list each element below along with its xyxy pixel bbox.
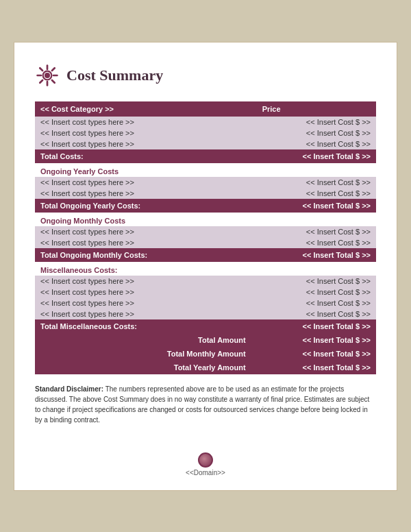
cost-price: << Insert Cost $ >> [257, 128, 376, 138]
cost-label: << Insert cost types here >> [35, 188, 257, 199]
disclaimer: Standard Disclaimer: The numbers represe… [35, 384, 376, 425]
summary-label: Total Monthly Amount [35, 347, 257, 361]
section-header-misc: Miscellaneous Costs: [35, 262, 376, 276]
summary-value: << Insert Total $ >> [257, 333, 376, 347]
cost-label: << Insert cost types here >> [35, 237, 257, 248]
svg-line-5 [40, 68, 42, 71]
summary-value: << Insert Total $ >> [257, 347, 376, 361]
cost-label: << Insert cost types here >> [35, 177, 257, 188]
section-total-row: Total Miscellaneous Costs: << Insert Tot… [35, 319, 376, 333]
svg-point-9 [45, 72, 50, 77]
total-label: Total Ongoing Yearly Costs: [35, 199, 257, 213]
section-title: Miscellaneous Costs: [35, 262, 376, 276]
page-title: Cost Summary [66, 66, 163, 84]
svg-line-8 [40, 80, 42, 82]
cost-price: << Insert Cost $ >> [257, 276, 376, 287]
total-value: << Insert Total $ >> [257, 248, 376, 262]
table-row: << Insert cost types here >> << Insert C… [35, 138, 376, 149]
cost-label: << Insert cost types here >> [35, 276, 257, 287]
table-row: << Insert cost types here >> << Insert C… [35, 117, 376, 128]
summary-row-monthly: Total Monthly Amount << Insert Total $ >… [35, 347, 376, 361]
cost-price: << Insert Cost $ >> [257, 138, 376, 149]
table-row: << Insert cost types here >> << Insert C… [35, 226, 376, 237]
summary-value: << Insert Total $ >> [257, 361, 376, 374]
total-value: << Insert Total $ >> [257, 319, 376, 333]
summary-row-total: Total Amount << Insert Total $ >> [35, 333, 376, 347]
total-label: Total Ongoing Monthly Costs: [35, 248, 257, 262]
section-title: Ongoing Monthly Costs [35, 213, 376, 226]
table-row: << Insert cost types here >> << Insert C… [35, 188, 376, 199]
total-label: Total Costs: [35, 149, 257, 163]
summary-label: Total Amount [35, 333, 257, 347]
table-row: << Insert cost types here >> << Insert C… [35, 309, 376, 319]
svg-line-7 [52, 68, 55, 71]
table-header-row: << Cost Category >> Price [35, 101, 376, 117]
cost-price: << Insert Cost $ >> [257, 298, 376, 309]
table-row: << Insert cost types here >> << Insert C… [35, 276, 376, 287]
summary-label: Total Yearly Amount [35, 361, 257, 374]
section-total-row: Total Ongoing Monthly Costs: << Insert T… [35, 248, 376, 262]
cost-label: << Insert cost types here >> [35, 117, 257, 128]
page-header: Cost Summary [35, 63, 376, 88]
cost-price: << Insert Cost $ >> [257, 117, 376, 128]
table-row: << Insert cost types here >> << Insert C… [35, 298, 376, 309]
section-title: Ongoing Yearly Costs [35, 163, 376, 177]
cost-table: << Cost Category >> Price << Insert cost… [35, 101, 376, 374]
cost-label: << Insert cost types here >> [35, 309, 257, 319]
cost-price: << Insert Cost $ >> [257, 226, 376, 237]
cost-label: << Insert cost types here >> [35, 226, 257, 237]
cost-price: << Insert Cost $ >> [257, 188, 376, 199]
section-header-monthly: Ongoing Monthly Costs [35, 213, 376, 226]
cost-price: << Insert Cost $ >> [257, 287, 376, 298]
table-row: << Insert cost types here >> << Insert C… [35, 237, 376, 248]
cost-label: << Insert cost types here >> [35, 287, 257, 298]
total-label: Total Miscellaneous Costs: [35, 319, 257, 333]
category-header: << Cost Category >> [35, 101, 257, 117]
total-value: << Insert Total $ >> [257, 149, 376, 163]
section-header-yearly: Ongoing Yearly Costs [35, 163, 376, 177]
page-footer: <<Domain>> [35, 452, 376, 476]
total-value: << Insert Total $ >> [257, 199, 376, 213]
table-row: << Insert cost types here >> << Insert C… [35, 177, 376, 188]
cost-label: << Insert cost types here >> [35, 128, 257, 138]
table-row: << Insert cost types here >> << Insert C… [35, 128, 376, 138]
section-total-row: Total Costs: << Insert Total $ >> [35, 149, 376, 163]
svg-line-6 [52, 80, 55, 82]
disclaimer-bold: Standard Disclaimer: [35, 385, 103, 393]
cost-price: << Insert Cost $ >> [257, 177, 376, 188]
cost-label: << Insert cost types here >> [35, 298, 257, 309]
domain-icon [198, 452, 213, 468]
cost-label: << Insert cost types here >> [35, 138, 257, 149]
page-container: Cost Summary << Cost Category >> Price <… [14, 42, 397, 491]
cost-price: << Insert Cost $ >> [257, 309, 376, 319]
domain-label: <<Domain>> [186, 469, 225, 476]
price-header: Price [257, 101, 376, 117]
section-total-row: Total Ongoing Yearly Costs: << Insert To… [35, 199, 376, 213]
cost-price: << Insert Cost $ >> [257, 237, 376, 248]
gear-icon [35, 63, 60, 88]
table-row: << Insert cost types here >> << Insert C… [35, 287, 376, 298]
summary-row-yearly: Total Yearly Amount << Insert Total $ >> [35, 361, 376, 374]
